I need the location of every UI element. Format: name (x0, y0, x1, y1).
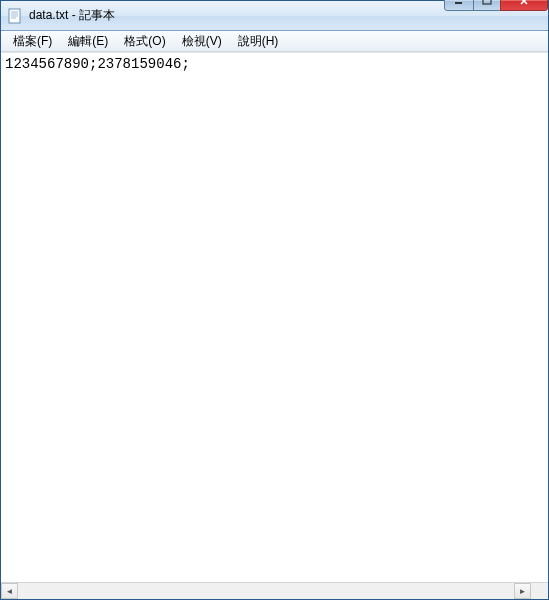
minimize-button[interactable] (444, 0, 474, 11)
menu-file[interactable]: 檔案(F) (5, 31, 60, 52)
svg-rect-6 (483, 0, 491, 4)
scroll-corner (531, 583, 548, 599)
menu-edit[interactable]: 編輯(E) (60, 31, 116, 52)
window-controls (445, 0, 548, 11)
window-title: data.txt - 記事本 (29, 7, 445, 24)
menu-help[interactable]: 說明(H) (230, 31, 287, 52)
notepad-window: data.txt - 記事本 檔案(F) 編輯(E) 格式(O) 檢視(V) 說… (0, 0, 549, 600)
chevron-left-icon: ◄ (6, 587, 14, 596)
editor-area[interactable]: 1234567890;2378159046; (1, 52, 548, 582)
text-content[interactable]: 1234567890;2378159046; (1, 53, 548, 582)
scroll-right-button[interactable]: ► (514, 583, 531, 599)
chevron-right-icon: ► (519, 587, 527, 596)
scroll-left-button[interactable]: ◄ (1, 583, 18, 599)
horizontal-scrollbar[interactable]: ◄ ► (1, 582, 548, 599)
notepad-icon (7, 8, 23, 24)
menu-view[interactable]: 檢視(V) (174, 31, 230, 52)
titlebar[interactable]: data.txt - 記事本 (1, 1, 548, 31)
close-button[interactable] (500, 0, 548, 11)
maximize-button[interactable] (473, 0, 501, 11)
menu-format[interactable]: 格式(O) (116, 31, 173, 52)
menubar: 檔案(F) 編輯(E) 格式(O) 檢視(V) 說明(H) (1, 31, 548, 52)
scroll-track[interactable] (18, 583, 514, 599)
